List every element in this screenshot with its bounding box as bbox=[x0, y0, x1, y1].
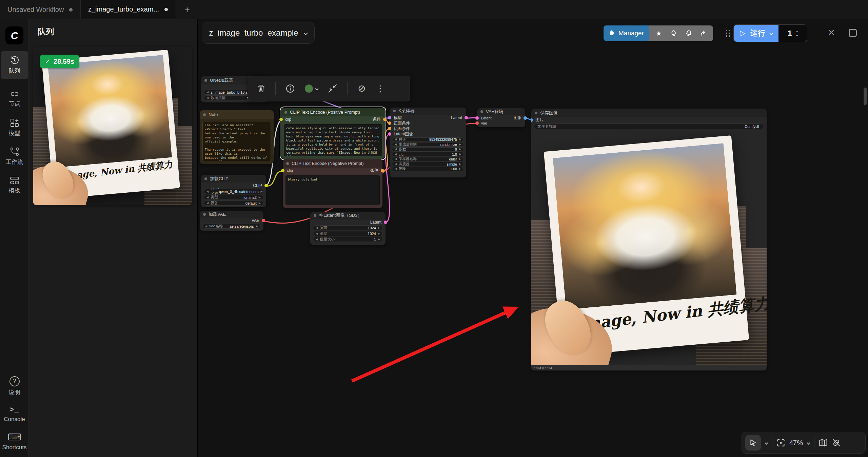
minimap-icon[interactable] bbox=[819, 439, 828, 447]
toolbar-drag-handle[interactable] bbox=[725, 29, 731, 37]
widget-steps[interactable]: ◀ 步数 9 ▶ bbox=[392, 147, 464, 152]
bell-icon-2[interactable] bbox=[681, 30, 696, 37]
sidebar-item-models[interactable]: 模型 bbox=[1, 114, 28, 141]
clip-input-port[interactable] bbox=[279, 118, 283, 121]
clip-input-port[interactable] bbox=[281, 169, 284, 172]
decrement-icon[interactable]: ◀ bbox=[395, 148, 397, 151]
widget-batch-size[interactable]: ◀ 批量大小 1 ▶ bbox=[313, 237, 383, 242]
image-output-port[interactable] bbox=[524, 116, 527, 120]
latent-input-port[interactable] bbox=[475, 116, 479, 120]
node-info-button[interactable] bbox=[286, 84, 295, 93]
chevron-down-icon[interactable] bbox=[765, 441, 768, 444]
increment-icon[interactable]: ▶ bbox=[259, 196, 261, 199]
increment-icon[interactable]: ▶ bbox=[459, 138, 461, 141]
decrement-icon[interactable]: ◀ bbox=[316, 238, 318, 241]
decrement-icon[interactable]: ◀ bbox=[395, 163, 397, 166]
zoom-level[interactable]: 47% bbox=[789, 439, 803, 447]
increment-icon[interactable]: ▶ bbox=[378, 238, 380, 241]
star-icon[interactable]: ★ bbox=[651, 30, 666, 37]
node-empty-latent-image[interactable]: 空Latent图像（SD3） Latent ◀ 宽度 1024 ▶ ◀ 高度 1… bbox=[310, 212, 386, 245]
decrement-icon[interactable]: ◀ bbox=[206, 97, 209, 99]
positive-prompt-textarea[interactable]: cute anime style girl with massive fluff… bbox=[284, 124, 382, 156]
node-color-picker[interactable] bbox=[305, 84, 318, 93]
node-load-clip[interactable]: 加载CLIP CLIP ◀ CLIP名称 qwen_3_4b.safetenso… bbox=[201, 175, 266, 207]
pointer-tool-button[interactable] bbox=[745, 435, 761, 451]
node-title-bar[interactable]: CLIP Text Encode (Positive Prompt) bbox=[281, 108, 385, 116]
node-save-image[interactable]: 保存图像 图片 文件名前缀 ComfyUI bbox=[531, 109, 767, 370]
right-panel-handle[interactable] bbox=[864, 88, 867, 105]
decrement-icon[interactable]: ◀ bbox=[395, 138, 397, 141]
vae-input-port[interactable] bbox=[475, 121, 479, 125]
increment-icon[interactable]: ▶ bbox=[256, 225, 258, 228]
sidebar-item-shortcuts[interactable]: ⌨ Shortcuts bbox=[1, 428, 28, 456]
positive-cond-input-port[interactable] bbox=[388, 121, 391, 125]
decrement-icon[interactable]: ◀ bbox=[316, 227, 318, 229]
widget-control-after-generate[interactable]: ◀ 生成后控制 randomize ▶ bbox=[392, 142, 464, 147]
run-button[interactable]: ▷ 运行 bbox=[734, 25, 778, 42]
queue-job-thumbnail[interactable]: Zimage, Now in 共绩算力 ✓ 28.59s bbox=[33, 47, 192, 205]
increment-icon[interactable]: ▶ bbox=[378, 232, 380, 235]
sidebar-item-queue[interactable]: 队列 bbox=[1, 51, 28, 79]
sidebar-item-workflows[interactable]: 工作流 bbox=[1, 142, 28, 170]
decrement-icon[interactable]: ◀ bbox=[206, 91, 209, 94]
node-vae-decode[interactable]: VAE解码 Latent 图像 vae bbox=[477, 108, 525, 127]
stop-button[interactable] bbox=[849, 29, 857, 37]
negative-cond-input-port[interactable] bbox=[388, 127, 391, 130]
tab-z-image-turbo-example[interactable]: z_image_turbo_exam... bbox=[80, 0, 175, 19]
decrement-icon[interactable]: ◀ bbox=[395, 143, 397, 146]
node-clip-text-encode-positive[interactable]: CLIP Text Encode (Positive Prompt) clip … bbox=[281, 108, 385, 159]
decrement-icon[interactable]: ◀ bbox=[206, 196, 209, 199]
widget-filename-prefix[interactable]: 文件名前缀 ComfyUI bbox=[534, 123, 764, 129]
decrement-icon[interactable]: ◀ bbox=[395, 168, 397, 170]
increment-icon[interactable]: ▶ bbox=[459, 168, 461, 170]
widget-width[interactable]: ◀ 宽度 1024 ▶ bbox=[313, 225, 383, 230]
conditioning-output-port[interactable] bbox=[381, 169, 384, 172]
manager-button[interactable]: Manager bbox=[604, 25, 649, 41]
increment-icon[interactable]: ▶ bbox=[378, 227, 380, 229]
node-clip-text-encode-negative[interactable]: CLIP Text Encode (Negative Prompt) clip … bbox=[283, 159, 382, 208]
node-title-bar[interactable]: 空Latent图像（SD3） bbox=[310, 212, 386, 220]
decrement-icon[interactable]: ◀ bbox=[395, 153, 397, 156]
widget-vae-name[interactable]: ◀ vae名称 ae.safetensors ▶ bbox=[202, 224, 261, 229]
node-title-bar[interactable]: VAE解码 bbox=[477, 108, 525, 115]
chevron-down-icon[interactable] bbox=[807, 441, 810, 444]
node-load-vae[interactable]: 加载VAE VAE ◀ vae名称 ae.safetensors ▶ bbox=[200, 211, 263, 231]
sidebar-item-console[interactable]: >_ Console bbox=[1, 400, 28, 428]
decrement-icon[interactable]: ◀ bbox=[316, 232, 318, 235]
widget-denoise[interactable]: ◀ 降噪 1.00 ▶ bbox=[392, 167, 464, 171]
node-title-bar[interactable]: 保存图像 bbox=[531, 109, 767, 117]
decrement-icon[interactable]: ◀ bbox=[395, 158, 397, 160]
increment-icon[interactable]: ▶ bbox=[459, 163, 461, 166]
node-title-bar[interactable]: Note bbox=[200, 110, 274, 119]
increment-icon[interactable]: ▶ bbox=[459, 158, 461, 160]
clip-output-port[interactable] bbox=[264, 184, 268, 187]
comfyui-logo[interactable]: C bbox=[5, 26, 23, 44]
graph-canvas[interactable]: z_image_turbo_example Manager ★ bbox=[198, 19, 868, 457]
latent-input-port[interactable] bbox=[388, 132, 391, 136]
delete-node-button[interactable] bbox=[257, 84, 265, 93]
auto-link-off-icon[interactable] bbox=[832, 438, 841, 447]
widget-seed[interactable]: ◀ 种子 98349332099475 ▶ bbox=[392, 137, 464, 142]
stepper-arrows[interactable] bbox=[796, 31, 798, 36]
increment-icon[interactable]: ▶ bbox=[260, 190, 262, 193]
interrupt-button[interactable]: ✕ bbox=[828, 27, 835, 38]
bell-icon[interactable] bbox=[666, 30, 681, 37]
node-ksampler[interactable]: K采样器 模型 Latent 正面条件 负面条件 Latent图像 ◀ bbox=[390, 108, 466, 177]
sidebar-item-nodes[interactable]: 节点 bbox=[1, 85, 28, 113]
share-icon[interactable] bbox=[696, 30, 711, 36]
node-title-bar[interactable]: CLIP Text Encode (Negative Prompt) bbox=[283, 159, 382, 168]
widget-sampler-name[interactable]: ◀ 采样器名称 euler ▶ bbox=[392, 157, 464, 161]
sidebar-item-help[interactable]: ? 说明 bbox=[1, 372, 28, 400]
decrement-icon[interactable]: ◀ bbox=[206, 202, 209, 205]
increment-icon[interactable]: ▶ bbox=[259, 202, 261, 205]
new-workflow-button[interactable]: + bbox=[181, 4, 193, 16]
node-title-bar[interactable]: 加载VAE bbox=[200, 211, 263, 218]
decrement-icon[interactable]: ◀ bbox=[206, 190, 209, 193]
widget-cfg[interactable]: ◀ cfg 1.0 ▶ bbox=[392, 152, 464, 156]
latent-output-port[interactable] bbox=[384, 221, 387, 224]
sidebar-item-templates[interactable]: 模板 bbox=[1, 171, 28, 199]
node-more-options-button[interactable]: ⋮ bbox=[376, 84, 384, 93]
widget-scheduler[interactable]: ◀ 调度器 simple ▶ bbox=[392, 162, 464, 166]
increment-icon[interactable]: ▶ bbox=[459, 153, 461, 156]
fit-view-icon[interactable] bbox=[777, 439, 785, 447]
